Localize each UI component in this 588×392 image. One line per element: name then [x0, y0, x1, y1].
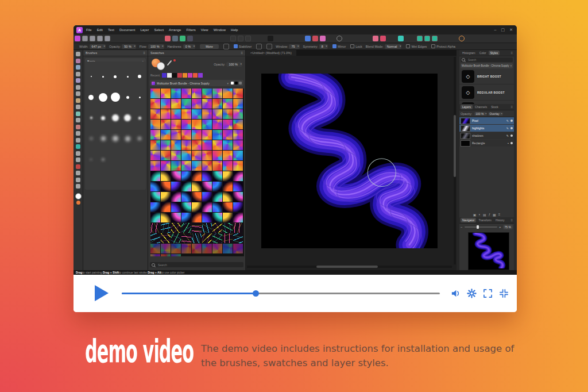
- swatch-thumbnail[interactable]: [181, 140, 191, 150]
- minimize-button[interactable]: –: [494, 25, 497, 34]
- swatch-thumbnail[interactable]: [150, 182, 160, 191]
- swatch-thumbnail[interactable]: [150, 233, 160, 243]
- persona-liquify-icon[interactable]: [82, 36, 88, 41]
- styles-bundle-dropdown[interactable]: Multicolor Brush Bundle - Chroma Supply …: [461, 63, 513, 68]
- brush-preset[interactable]: [134, 97, 145, 98]
- zoom-out-button[interactable]: −: [461, 225, 463, 229]
- swatch-thumbnail[interactable]: [171, 140, 181, 150]
- brush-settings-icon[interactable]: [223, 44, 229, 49]
- rope-stabilizer-icon[interactable]: [256, 44, 262, 49]
- swatch-thumbnail[interactable]: [223, 99, 233, 109]
- panel-menu-icon[interactable]: ≡: [510, 105, 513, 109]
- swatch-thumbnail[interactable]: [161, 223, 171, 233]
- swatch-thumbnail[interactable]: [212, 89, 222, 98]
- layer-row[interactable]: shadows✎: [459, 132, 514, 139]
- swatch-thumbnail[interactable]: [181, 130, 191, 140]
- swatch-thumbnail[interactable]: [192, 161, 202, 171]
- brush-preset[interactable]: [86, 159, 96, 160]
- swatch-thumbnail[interactable]: [192, 151, 202, 160]
- tab-history[interactable]: History: [494, 218, 506, 222]
- edit-brush-icon[interactable]: ✎: [506, 134, 509, 137]
- exit-fullscreen-icon[interactable]: [499, 289, 509, 298]
- brush-preset[interactable]: [134, 117, 145, 120]
- swatch-thumbnail[interactable]: [150, 192, 160, 202]
- window-value[interactable]: 75: [289, 44, 299, 49]
- brush-preset[interactable]: [122, 96, 133, 99]
- swatch-thumbnail[interactable]: [171, 109, 181, 119]
- swatch-thumbnail[interactable]: [212, 213, 222, 222]
- crop-tool[interactable]: [76, 72, 80, 76]
- swatch-thumbnail[interactable]: [161, 161, 171, 171]
- paint-brush-tool[interactable]: [76, 98, 80, 103]
- swatch-thumbnail[interactable]: [161, 233, 171, 243]
- swatch-thumbnail[interactable]: [223, 244, 233, 253]
- panel-icon[interactable]: ▦: [493, 213, 496, 217]
- swatch-thumbnail[interactable]: [150, 254, 160, 256]
- swatch-thumbnail[interactable]: [150, 99, 160, 109]
- swatch-thumbnail[interactable]: [233, 171, 243, 181]
- persona-photo-icon[interactable]: [75, 36, 80, 41]
- swatch-thumbnail[interactable]: [161, 244, 171, 253]
- swatch-thumbnail[interactable]: [233, 130, 243, 140]
- swatch-thumbnail[interactable]: [223, 130, 233, 140]
- pixel-tool[interactable]: [76, 112, 80, 116]
- swatch-thumbnail[interactable]: [212, 130, 222, 140]
- swatch-thumbnail[interactable]: [233, 223, 243, 233]
- tab-stock[interactable]: Stock: [489, 105, 500, 109]
- swatch-thumbnail[interactable]: [181, 99, 191, 109]
- swatch-thumbnail[interactable]: [192, 140, 202, 150]
- redo-icon[interactable]: [238, 36, 243, 41]
- colour-replacement-tool[interactable]: [76, 105, 80, 109]
- swatch-thumbnail[interactable]: [212, 202, 222, 212]
- menu-text[interactable]: Text: [108, 28, 114, 32]
- window-stabilizer-icon[interactable]: [266, 44, 272, 49]
- swatch-thumbnail[interactable]: [150, 171, 160, 181]
- swatch-thumbnail[interactable]: [171, 120, 181, 129]
- burn-tool[interactable]: [76, 178, 80, 182]
- swatch-thumbnail[interactable]: [171, 202, 181, 212]
- close-button[interactable]: ✕: [509, 25, 513, 34]
- erase-brush-tool[interactable]: [76, 125, 80, 129]
- swatch-thumbnail[interactable]: [181, 171, 191, 181]
- swatch-thumbnail[interactable]: [202, 192, 212, 202]
- brush-preset[interactable]: [98, 93, 109, 102]
- symmetry-value[interactable]: 8: [319, 44, 328, 49]
- tab-histogram[interactable]: Histogram: [461, 51, 477, 55]
- tab-transform[interactable]: Transform: [477, 218, 493, 222]
- foreground-color-swatch[interactable]: [75, 193, 82, 199]
- swatch-thumbnail[interactable]: [192, 182, 202, 191]
- style-item[interactable]: ◇BRIGHT BOOST: [459, 68, 514, 84]
- swatch-thumbnail[interactable]: [161, 130, 171, 140]
- brush-preset[interactable]: [134, 75, 145, 78]
- volume-icon[interactable]: [451, 289, 461, 298]
- swatch-thumbnail[interactable]: [161, 140, 171, 150]
- swatch-thumbnail[interactable]: [161, 89, 171, 98]
- swatch-thumbnail[interactable]: [202, 171, 212, 181]
- swatch-thumbnail[interactable]: [233, 120, 243, 129]
- swatch-thumbnail[interactable]: [212, 171, 222, 181]
- menu-layer[interactable]: Layer: [140, 28, 149, 32]
- swatch-thumbnail[interactable]: [150, 151, 160, 160]
- recent-swatch[interactable]: [167, 73, 172, 78]
- more-button[interactable]: More: [200, 44, 219, 49]
- swatch-thumbnail[interactable]: [161, 202, 171, 212]
- swatch-thumbnail[interactable]: [192, 120, 202, 129]
- swatch-thumbnail[interactable]: [202, 213, 212, 222]
- swatch-thumbnail[interactable]: [161, 171, 171, 181]
- swatch-thumbnail[interactable]: [192, 89, 202, 98]
- menu-view[interactable]: View: [201, 28, 208, 32]
- marquee-tool[interactable]: [76, 91, 80, 96]
- brush-preset[interactable]: [110, 136, 121, 141]
- eyedropper-icon[interactable]: [167, 60, 172, 66]
- swatch-thumbnail[interactable]: [150, 130, 160, 140]
- swatch-thumbnail[interactable]: [161, 192, 171, 202]
- flood-fill-tool[interactable]: [76, 138, 80, 143]
- swatch-thumbnail[interactable]: [223, 182, 233, 191]
- swatch-thumbnail[interactable]: [181, 161, 191, 171]
- brush-preset[interactable]: [110, 75, 121, 78]
- background-erase-tool[interactable]: [76, 131, 80, 136]
- gradient-icon[interactable]: [312, 36, 318, 41]
- swatch-thumbnail[interactable]: [192, 244, 202, 253]
- arrange-icon[interactable]: [417, 36, 423, 41]
- swatch-thumbnail[interactable]: [223, 233, 233, 243]
